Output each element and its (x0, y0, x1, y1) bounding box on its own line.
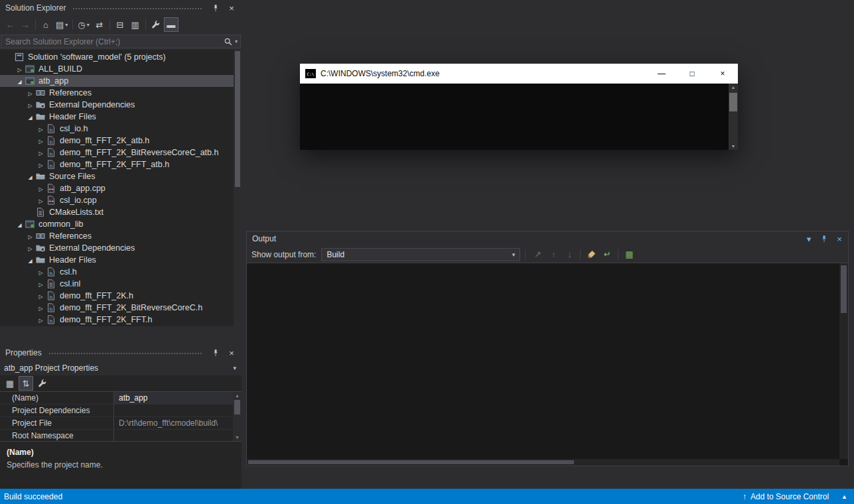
tree-item[interactable]: ALL_BUILD (0, 63, 242, 75)
window-position-icon[interactable]: ▾ (804, 234, 814, 243)
properties-button[interactable] (149, 17, 163, 32)
dock-tab[interactable] (0, 326, 9, 340)
va-options-button[interactable]: ▦ (622, 247, 636, 262)
collapse-all-button[interactable]: ⊟ (113, 17, 127, 32)
sync-with-active-document-button[interactable]: ⇄ (92, 17, 107, 32)
clear-all-button[interactable] (584, 247, 599, 262)
tree-item[interactable]: h demo_fft_FFT_2K_BitReverseCoreC_atb.h (0, 147, 242, 158)
pin-icon[interactable] (210, 2, 222, 14)
tree-item[interactable]: External Dependencies (0, 99, 242, 111)
expander-icon[interactable] (25, 255, 35, 265)
cmd-window[interactable]: C:\ C:\WINDOWS\system32\cmd.exe —□× ▲ ▼ (300, 64, 738, 150)
search-input[interactable] (1, 37, 224, 46)
tree-item[interactable]: External Dependencies (0, 242, 242, 254)
previous-message-button[interactable]: ↑ (546, 247, 561, 262)
switch-views-button[interactable]: ▤ ▾ (54, 17, 70, 32)
expander-icon[interactable] (36, 315, 46, 324)
preview-selected-items-button[interactable]: ▬ (164, 17, 178, 32)
expander-icon[interactable] (36, 124, 46, 133)
expander-icon[interactable] (36, 303, 46, 312)
scrollbar[interactable] (839, 263, 848, 459)
pin-icon[interactable] (819, 234, 829, 243)
add-to-source-control-button[interactable]: Add to Source Control (750, 492, 829, 501)
pin-icon[interactable] (210, 347, 222, 359)
expander-icon[interactable] (25, 88, 35, 97)
cmd-titlebar[interactable]: C:\ C:\WINDOWS\system32\cmd.exe —□× (300, 64, 738, 84)
goto-message-button[interactable]: ↗ (530, 247, 545, 262)
expander-icon[interactable] (15, 76, 25, 86)
expander-icon[interactable] (25, 100, 35, 109)
scroll-up-icon[interactable]: ▲ (731, 85, 736, 90)
expander-icon[interactable] (25, 231, 35, 241)
expander-icon[interactable] (15, 220, 25, 229)
tree-item[interactable]: h demo_fft_FFT_2K_atb.h (0, 135, 242, 147)
search-box[interactable]: ▾ (1, 34, 241, 48)
output-titlebar[interactable]: Output ▾ × (247, 231, 848, 246)
expander-icon[interactable] (36, 267, 46, 277)
tree-item[interactable]: h demo_fft_FFT_2K_FFT_atb.h (0, 158, 242, 170)
tree-item[interactable]: ++ csl_io.cpp (0, 194, 242, 206)
chevron-down-icon[interactable]: ▾ (235, 38, 238, 44)
tree-item[interactable]: h csl_io.h (0, 123, 242, 135)
expander-icon[interactable] (36, 148, 46, 157)
tree-item[interactable]: h csl.h (0, 266, 242, 278)
dock-tab[interactable] (9, 326, 19, 340)
property-pages-button[interactable] (35, 376, 49, 391)
categorized-button[interactable]: ▦ (3, 376, 17, 391)
properties-titlebar[interactable]: Properties × (0, 345, 242, 361)
scrollbar-thumb[interactable] (234, 400, 240, 414)
drag-grip[interactable] (48, 351, 203, 355)
close-icon[interactable]: × (226, 2, 238, 14)
tree-item[interactable]: h demo_fft_FFT_2K.h (0, 290, 242, 302)
property-value[interactable] (114, 430, 242, 442)
tree-item[interactable]: h demo_fft_FFT_2K_FFT.h (0, 314, 242, 326)
dock-tab[interactable] (28, 326, 37, 340)
scroll-down-icon[interactable]: ▼ (731, 144, 736, 149)
scroll-down-icon[interactable]: ▼ (235, 435, 240, 440)
expander-icon[interactable] (36, 136, 46, 145)
tree-item[interactable]: References (0, 87, 242, 99)
expander-icon[interactable] (25, 172, 35, 181)
tree-item[interactable]: Solution 'software_model' (5 projects) (0, 51, 242, 63)
object-selector[interactable]: atb_app Project Properties ▾ (0, 361, 242, 375)
Project File[interactable]: Project File D:\rtl\demo_fft\cmodel\buil… (0, 417, 242, 430)
alphabetical-button[interactable]: ⇅ (19, 376, 33, 391)
tree-item[interactable]: References (0, 230, 242, 242)
scrollbar[interactable]: ▲ ▼ (729, 84, 738, 150)
expander-icon[interactable] (15, 64, 25, 74)
scrollbar[interactable]: ▲ ▼ (233, 392, 242, 441)
tree-item[interactable]: csl.inl (0, 278, 242, 290)
(Name)[interactable]: (Name) atb_app (0, 392, 242, 405)
Project Dependencies[interactable]: Project Dependencies (0, 405, 242, 417)
close-button[interactable]: × (707, 64, 738, 84)
dock-tab[interactable] (37, 326, 46, 340)
expander-icon[interactable] (36, 184, 46, 193)
property-value[interactable]: atb_app (114, 392, 242, 404)
back-button[interactable]: ← (3, 17, 17, 32)
expander-icon[interactable] (36, 279, 46, 288)
expander-icon[interactable] (36, 196, 46, 205)
scrollbar[interactable] (234, 50, 242, 326)
tree-item[interactable]: common_lib (0, 218, 242, 230)
home-button[interactable]: ⌂ (38, 17, 53, 32)
tree-item[interactable]: atb_app (0, 75, 242, 87)
tree-item[interactable]: ++ atb_app.cpp (0, 182, 242, 194)
output-log[interactable] (247, 263, 848, 466)
next-message-button[interactable]: ↓ (562, 247, 577, 262)
Root Namespace[interactable]: Root Namespace (0, 430, 242, 442)
tree-item[interactable]: h demo_fft_FFT_2K_BitReverseCoreC.h (0, 302, 242, 314)
tree-item[interactable]: Header Files (0, 111, 242, 123)
expander-icon[interactable] (36, 160, 46, 169)
horizontal-scrollbar[interactable] (247, 459, 839, 466)
tree-item[interactable]: Source Files (0, 170, 242, 182)
word-wrap-button[interactable]: ↵ (600, 247, 614, 262)
expand-icon[interactable]: ▲ (841, 493, 847, 500)
scrollbar-thumb[interactable] (729, 93, 737, 111)
close-icon[interactable]: × (835, 234, 844, 243)
tree-item[interactable]: Header Files (0, 254, 242, 266)
dock-tab[interactable] (19, 326, 28, 340)
scrollbar-thumb[interactable] (235, 51, 240, 187)
solution-explorer-titlebar[interactable]: Solution Explorer × (0, 0, 242, 16)
expander-icon[interactable] (25, 243, 35, 253)
output-source-dropdown[interactable]: Build ▾ (321, 248, 520, 261)
